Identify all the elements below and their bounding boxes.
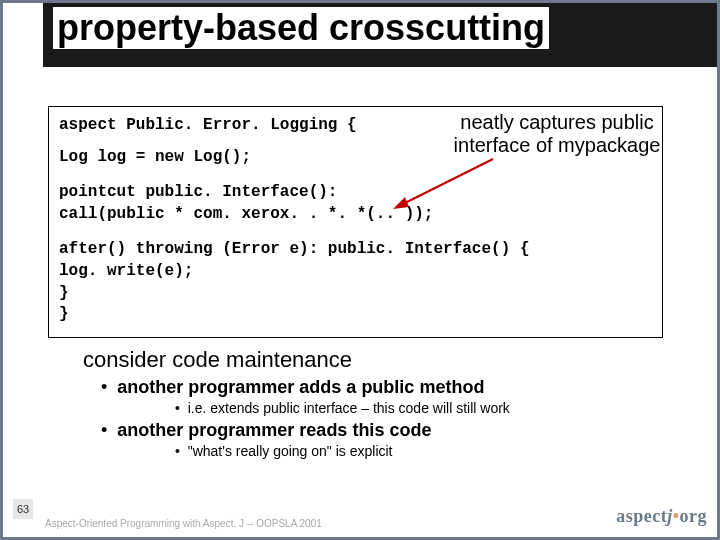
aspectj-logo: aspectj•org bbox=[616, 506, 707, 527]
footer-text: Aspect-Oriented Programming with Aspect.… bbox=[45, 518, 322, 529]
title-bar: property-based crosscutting bbox=[3, 3, 717, 67]
callout-text: neatly captures public interface of mypa… bbox=[432, 111, 682, 157]
subbullet-2: • "what's really going on" is explicit bbox=[175, 443, 693, 459]
left-strip bbox=[3, 67, 43, 537]
slide: property-based crosscutting aspect Publi… bbox=[3, 3, 717, 537]
notes-block: consider code maintenance • another prog… bbox=[83, 347, 693, 459]
bullet-2: • another programmer reads this code bbox=[101, 420, 693, 441]
code-line-5: after() throwing (Error e): public. Inte… bbox=[59, 239, 652, 261]
slide-number: 63 bbox=[13, 499, 33, 519]
notes-heading: consider code maintenance bbox=[83, 347, 693, 373]
page-title: property-based crosscutting bbox=[53, 7, 549, 49]
code-line-8: } bbox=[59, 304, 652, 326]
code-line-6: log. write(e); bbox=[59, 261, 652, 283]
code-line-3: pointcut public. Interface(): bbox=[59, 182, 652, 204]
code-line-4: call(public * com. xerox. . *. *(.. )); bbox=[59, 204, 652, 226]
code-line-7: } bbox=[59, 283, 652, 305]
subbullet-1: • i.e. extends public interface – this c… bbox=[175, 400, 693, 416]
bullet-1: • another programmer adds a public metho… bbox=[101, 377, 693, 398]
